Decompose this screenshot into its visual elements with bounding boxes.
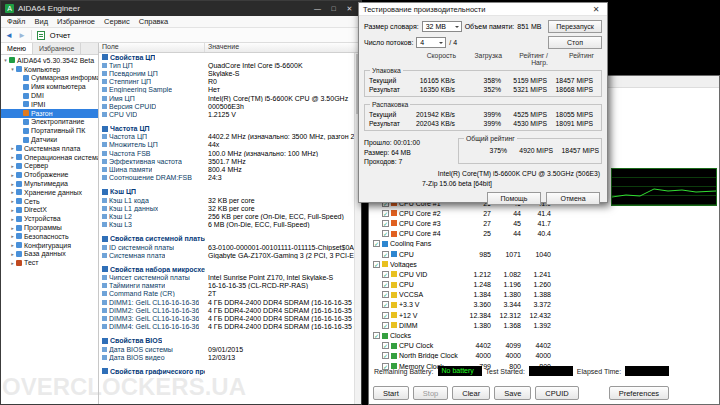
field-row[interactable]: Кэш L36 MB (On-Die, ECC, Full-Speed) — [99, 221, 361, 229]
menu-item-сервис[interactable]: Сервис — [104, 17, 130, 26]
dictionary-size-select[interactable]: 32 MB — [422, 21, 462, 32]
sensor-row[interactable]: CPU1.2481.1961.260 — [373, 280, 551, 290]
tree-caret-icon[interactable]: ▸ — [9, 198, 16, 204]
tree-caret-icon[interactable]: ▸ — [9, 225, 16, 231]
tree-caret-icon[interactable]: ▸ — [9, 242, 16, 248]
tree-caret-icon[interactable]: ▸ — [9, 260, 16, 266]
field-row[interactable]: Системная платаGigabyte GA-Z170X-Gaming … — [99, 251, 361, 259]
checkbox[interactable] — [373, 240, 380, 247]
checkbox[interactable] — [382, 271, 389, 278]
sensor-row[interactable]: CPU Clock440240994402 — [373, 341, 551, 351]
checkbox[interactable] — [382, 220, 389, 227]
tree-item-устройства[interactable]: ▸Устройства — [1, 214, 98, 223]
preferences-button[interactable]: Preferences — [609, 386, 669, 400]
tree-item-программы[interactable]: ▸Программы — [1, 223, 98, 232]
tree-caret-icon[interactable]: ▸ — [9, 233, 16, 239]
sensor-row[interactable]: DIMM1.3801.3681.392 — [373, 320, 551, 330]
tree-caret-icon[interactable]: ▸ — [9, 189, 16, 195]
tree-caret-icon[interactable]: ▸ — [9, 154, 16, 160]
tree-item-операционная-система[interactable]: ▸Операционная система — [1, 153, 98, 162]
tree-item-системная-плата[interactable]: ▸Системная плата — [1, 144, 98, 153]
sensor-row[interactable]: CPU Core #3274541.7 — [373, 218, 551, 228]
report-button[interactable]: Отчет — [50, 31, 71, 40]
tree-item-разгон[interactable]: Разгон — [1, 109, 98, 118]
field-row[interactable]: Дата BIOS видео12/03/13 — [99, 353, 361, 361]
field-row[interactable]: Частота ЦП4402.2 MHz (изначально: 3500 M… — [99, 133, 361, 141]
tree-caret-icon[interactable]: ▸ — [9, 172, 16, 178]
close-icon[interactable]: ✕ — [342, 2, 357, 15]
tree-item-база-данных[interactable]: ▸База данных — [1, 250, 98, 259]
menu-item-файл[interactable]: Файл — [7, 17, 25, 26]
field-row[interactable]: DIMM4: GeIL CL16-16-16-364 ГБ DDR4-2400 … — [99, 323, 361, 331]
tree-item-безопасность[interactable]: ▸Безопасность — [1, 232, 98, 241]
field-row[interactable]: Соотношение DRAM:FSB24:3 — [99, 174, 361, 182]
field-row[interactable]: Множитель ЦП44x — [99, 141, 361, 149]
sensor-row[interactable]: +3.3 V3.3603.3443.372 — [373, 300, 551, 310]
menu-item-вид[interactable]: Вид — [34, 17, 48, 26]
tree-item-dmi[interactable]: DMI — [1, 91, 98, 100]
field-row[interactable]: Engineering SampleНет — [99, 86, 361, 94]
minimize-icon[interactable]: — — [310, 2, 325, 15]
tree-item-тест[interactable]: ▸Тест — [1, 258, 98, 267]
sensor-row[interactable]: CPU98510711040 — [373, 249, 551, 259]
cancel-button[interactable]: Отмена — [546, 192, 600, 205]
menu-item-справка[interactable]: Справка — [139, 17, 168, 26]
help-button[interactable]: Помощь — [487, 192, 541, 205]
field-row[interactable]: DIMM1: GeIL CL16-16-16-364 ГБ DDR4-2400 … — [99, 298, 361, 306]
field-row[interactable]: CPU VID1.2125 V — [99, 110, 361, 118]
checkbox[interactable] — [373, 332, 380, 339]
sensor-row[interactable]: CPU VID1.2121.0821.241 — [373, 269, 551, 279]
checkbox[interactable] — [373, 261, 380, 268]
menu-item-избранное[interactable]: Избранное — [57, 17, 95, 26]
field-row[interactable]: Шина памяти800.4 MHz — [99, 165, 361, 173]
field-row[interactable]: Эффективная частота3501.7 MHz — [99, 157, 361, 165]
checkbox[interactable] — [382, 291, 389, 298]
clear-button[interactable]: Clear — [452, 386, 490, 400]
tree-item-aida64-v5.30.3542-beta[interactable]: ▾AIDA64 v5.30.3542 Beta — [1, 56, 98, 65]
tree-item-directx[interactable]: ▸DirectX — [1, 206, 98, 215]
tree-caret-icon[interactable]: ▾ — [9, 66, 16, 72]
field-row[interactable]: Псевдоним ЦПSkylake-S — [99, 69, 361, 77]
start-button[interactable]: Start — [373, 386, 409, 400]
tree-item-хранение-данных[interactable]: ▸Хранение данных — [1, 188, 98, 197]
sensor-row[interactable]: North Bridge Clock400040004000 — [373, 351, 551, 361]
back-icon[interactable]: ◄ — [5, 31, 13, 40]
field-row[interactable]: Кэш L1 данных32 KB per core — [99, 204, 361, 212]
forward-icon[interactable]: ► — [18, 31, 26, 40]
dialog-close-icon[interactable]: ✕ — [589, 5, 603, 14]
checkbox[interactable] — [382, 322, 389, 329]
tree-item-сеть[interactable]: ▸Сеть — [1, 197, 98, 206]
tree-item-сервер[interactable]: ▸Сервер — [1, 162, 98, 171]
field-row[interactable]: Тип ЦПQuadCore Intel Core i5-6600K — [99, 61, 361, 69]
column-header-value[interactable]: Значение — [205, 43, 361, 52]
cpuid-button[interactable]: CPUID — [535, 386, 578, 400]
tree-caret-icon[interactable]: ▸ — [9, 207, 16, 213]
tree-item-компьютер[interactable]: ▾Компьютер — [1, 65, 98, 74]
field-row[interactable]: Версия CPUID000506E3h — [99, 102, 361, 110]
checkbox[interactable] — [382, 352, 389, 359]
checkbox[interactable] — [382, 281, 389, 288]
field-row[interactable]: Частота FSB100.0 MHz (изначально: 100 MH… — [99, 149, 361, 157]
checkbox[interactable] — [382, 312, 389, 319]
tree-item-ipmi[interactable]: IPMI — [1, 100, 98, 109]
tree-item-электропитание[interactable]: Электропитание — [1, 118, 98, 127]
tab-избранное[interactable]: Избранное — [33, 43, 81, 54]
checkbox[interactable] — [382, 301, 389, 308]
tree-item-датчики[interactable]: Датчики — [1, 135, 98, 144]
sensor-row[interactable]: CPU Core #4254440.4 — [373, 229, 551, 239]
field-row[interactable]: DIMM2: GeIL CL16-16-16-364 ГБ DDR4-2400 … — [99, 306, 361, 314]
save-button[interactable]: Save — [494, 386, 531, 400]
field-row[interactable]: Command Rate (CR)2T — [99, 290, 361, 298]
column-header-field[interactable]: Поле — [99, 43, 205, 52]
tree-caret-icon[interactable]: ▸ — [9, 251, 16, 257]
tree-item-мультимедиа[interactable]: ▸Мультимедиа — [1, 179, 98, 188]
sensor-row[interactable]: +12 V12.38412.31212.432 — [373, 310, 551, 320]
tree-caret-icon[interactable]: ▸ — [9, 163, 16, 169]
tree-caret-icon[interactable]: ▾ — [2, 57, 9, 63]
field-row[interactable]: Степпинг ЦПR0 — [99, 78, 361, 86]
main-titlebar[interactable]: A AIDA64 Engineer — □ ✕ — [1, 1, 361, 16]
dialog-stop-button[interactable]: Стоп — [548, 36, 602, 49]
field-row[interactable]: Имя ЦПIntel(R) Core(TM) i5-6600K CPU @ 3… — [99, 94, 361, 102]
field-row[interactable]: Чипсет системной платыIntel Sunrise Poin… — [99, 274, 361, 282]
threads-select[interactable]: 4 — [416, 37, 446, 48]
